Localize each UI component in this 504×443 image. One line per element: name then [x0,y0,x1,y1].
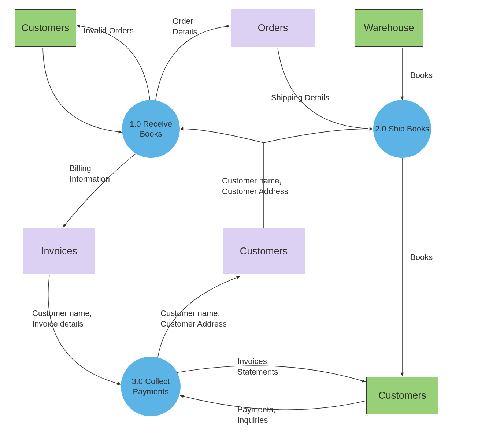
process-2-ship-books: 2.0 Ship Books [373,100,431,158]
entity-warehouse: Warehouse [355,9,423,47]
flow-label-billing-information: Billing Information [70,163,110,184]
datastore-label: Orders [258,22,288,34]
entity-label: Customers [378,390,426,401]
datastore-orders: Orders [231,9,315,47]
flow-label-customer-name-address-top: Customer name, Customer Address [222,176,288,197]
datastore-label: Customers [240,246,288,257]
flow-label-payments-inquiries: Payments, Inquiries [237,405,275,425]
entity-customers-bottom-right: Customers [366,377,438,414]
flow-label-shipping-details: Shipping Details [271,93,329,103]
entity-label: Customers [22,22,70,34]
process-label: 1.0 Receive Books [122,119,180,139]
datastore-customers: Customers [223,228,305,274]
dfd-diagram: { "entities": { "customers_tl": "Custome… [0,0,504,443]
process-1-receive-books: 1.0 Receive Books [122,100,180,158]
flow-label-books-warehouse: Books [410,70,433,81]
datastore-label: Invoices [41,246,77,257]
process-3-collect-payments: 3.0 Collect Payments [121,357,181,416]
datastore-invoices: Invoices [23,228,95,274]
flow-label-customer-name-invoice: Customer name, Invoice details [32,308,92,329]
entity-label: Warehouse [364,22,414,34]
process-label: 3.0 Collect Payments [121,376,181,397]
process-label: 2.0 Ship Books [375,124,429,134]
flow-label-books-ship: Books [410,252,433,263]
flow-label-invoices-statements: Invoices, Statements [237,356,278,377]
flow-label-customer-name-address-bot: Customer name, Customer Address [160,308,227,329]
flow-label-invalid-orders: Invalid Orders [84,26,134,36]
entity-customers-top-left: Customers [15,9,76,47]
flow-label-order-details: Order Details [173,16,197,37]
